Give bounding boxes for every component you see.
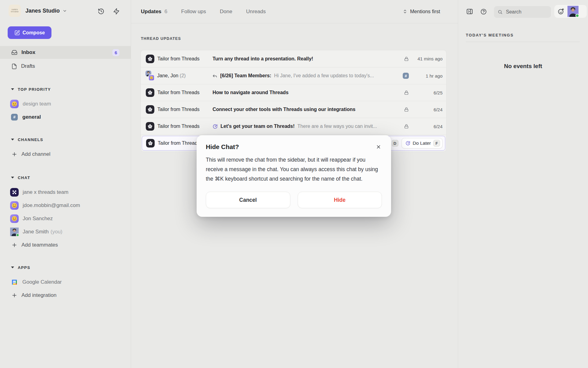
sidebar-item-design-team[interactable]: design team (0, 97, 131, 110)
sidebar-item-label: Drafts (21, 63, 35, 69)
plus-icon (11, 151, 17, 157)
cancel-button[interactable]: Cancel (206, 192, 290, 208)
tab-done[interactable]: Done (220, 9, 232, 15)
search-input[interactable] (505, 9, 542, 15)
todays-meetings-title: TODAY'S MEETINGS (466, 33, 514, 37)
avatar (10, 201, 19, 210)
thread-row[interactable]: Jane, Jon (2) [6/26] Team Members: Hi Ja… (141, 67, 446, 84)
tab-count: 6 (164, 9, 167, 15)
thread-updates-label: THREAD UPDATES (141, 36, 181, 41)
avatar (146, 122, 154, 131)
section-header-channels[interactable]: CHANNELS (0, 135, 131, 144)
tab-label: Follow ups (181, 9, 206, 15)
online-status-dot (16, 233, 19, 237)
avatar (146, 88, 154, 97)
sidebar-item-drafts[interactable]: Drafts (0, 59, 131, 73)
thread-row[interactable]: Tailor from Threads Turn any thread into… (141, 50, 446, 67)
section-header-apps[interactable]: APPS (0, 263, 131, 272)
search-box[interactable] (494, 6, 551, 18)
thread-time: 6/24 (416, 124, 443, 129)
history-icon[interactable] (98, 8, 104, 15)
sidebar-item-add-teammates[interactable]: Add teammates (0, 238, 131, 251)
chevron-down-icon (62, 9, 67, 13)
inbox-tabs: Updates 6 Follow ups Done Unreads (141, 9, 266, 15)
sidebar-item-add-channel[interactable]: Add channel (0, 148, 131, 161)
thread-time: 1 hr ago (416, 73, 443, 79)
sidebar-item-label: general (22, 114, 41, 120)
section-title: TOP PRIORITY (18, 87, 51, 92)
row-hover-actions: D Do Later F (392, 138, 443, 148)
do-later-button[interactable]: Do Later F (401, 138, 443, 148)
avatar (10, 228, 19, 236)
tab-updates[interactable]: Updates 6 (141, 9, 168, 15)
emoji-status-icon[interactable] (557, 8, 564, 15)
hide-chat-dialog: Hide Chat? This will remove the chat fro… (197, 135, 391, 217)
avatar (10, 188, 19, 197)
hash-channel-icon: # (11, 114, 18, 121)
thread-row[interactable]: Tailor from Threads How to navigate arou… (141, 84, 446, 101)
lightning-icon[interactable] (113, 8, 120, 15)
thread-row[interactable]: Tailor from Threads Let's get your team … (141, 118, 446, 135)
thread-title: [6/26] Team Members: (220, 73, 271, 79)
no-events-message: No events left (458, 63, 588, 70)
thread-title: Let's get your team on Threads! (221, 124, 295, 129)
sidebar-item-jon-sanchez[interactable]: Jon Sanchez (0, 212, 131, 225)
user-avatar[interactable] (567, 6, 579, 17)
sidebar-item-label: Add integration (21, 292, 56, 298)
sidebar-item-google-calendar[interactable]: 31 Google Calendar (0, 275, 131, 289)
sidebar-item-label: Add teammates (21, 242, 58, 248)
sidebar-item-inbox[interactable]: Inbox 6 (0, 46, 131, 59)
tab-follow-ups[interactable]: Follow ups (181, 9, 206, 15)
toggle-panel-icon[interactable] (466, 8, 473, 15)
sort-selector[interactable]: Mentions first (403, 9, 440, 14)
avatar (10, 214, 19, 223)
divider (466, 42, 580, 42)
thread-sender: Tailor from Threads (157, 56, 213, 62)
sort-label: Mentions first (410, 9, 440, 14)
workspace-logo: JANES STUDIO (9, 5, 21, 17)
thread-sender: Tailor from Threads (157, 90, 213, 95)
help-icon[interactable] (480, 8, 487, 15)
lock-icon (404, 107, 409, 112)
workspace-logo-text: JANES (11, 9, 18, 11)
workspace-switcher[interactable]: JANES STUDIO Janes Studio (9, 5, 67, 17)
close-icon[interactable] (375, 144, 382, 150)
plus-icon (11, 242, 17, 248)
online-status-dot (575, 14, 579, 17)
sidebar-item-general[interactable]: # general (0, 110, 131, 124)
thread-row[interactable]: Tailor from Threads Connect your other t… (141, 101, 446, 118)
hide-button[interactable]: Hide (298, 192, 382, 208)
sidebar-item-label: design team (23, 101, 51, 107)
compose-label: Compose (23, 30, 45, 36)
tab-unreads[interactable]: Unreads (246, 9, 266, 15)
thread-title: Turn any thread into a presentation. Rea… (213, 56, 313, 62)
sidebar-item-jane-smith[interactable]: Jane Smith (you) (0, 225, 131, 238)
sidebar-item-jdoe-mobbin[interactable]: jdoe.mobbin@gmail.com (0, 199, 131, 212)
google-calendar-icon: 31 (11, 279, 18, 286)
lock-icon (404, 124, 409, 129)
draft-file-icon (11, 63, 17, 69)
dialog-title: Hide Chat? (206, 143, 239, 151)
sidebar-item-add-integration[interactable]: Add integration (0, 289, 131, 302)
thread-sender: Tailor from Threads (157, 124, 213, 129)
sidebar-item-label: Jane Smith (23, 229, 49, 235)
section-header-top-priority[interactable]: TOP PRIORITY (0, 85, 131, 94)
sidebar-item-label: jane x threads team (23, 189, 68, 195)
thread-time: 6/24 (416, 107, 443, 112)
done-shortcut-key[interactable]: D (392, 140, 398, 147)
sidebar-item-jane-x-threads-team[interactable]: jane x threads team (0, 186, 131, 199)
avatar (146, 105, 154, 114)
section-title: APPS (18, 265, 30, 270)
channel-hash-badge: # (403, 73, 409, 79)
thread-title: Connect your other tools with Threads us… (213, 107, 356, 112)
thread-preview: Hi Jane, I've added a few updates to tod… (274, 73, 374, 79)
thread-time: 41 mins ago (416, 56, 443, 61)
do-later-clock-icon (213, 124, 218, 129)
section-title: CHANNELS (18, 137, 43, 142)
section-header-chat[interactable]: CHAT (0, 173, 131, 182)
workspace-name: Janes Studio (25, 8, 60, 14)
avatar (10, 100, 19, 108)
main-header: Updates 6 Follow ups Done Unreads Mentio… (131, 0, 458, 23)
compose-button[interactable]: Compose (8, 26, 51, 39)
thread-sender-count: (2) (180, 73, 186, 78)
